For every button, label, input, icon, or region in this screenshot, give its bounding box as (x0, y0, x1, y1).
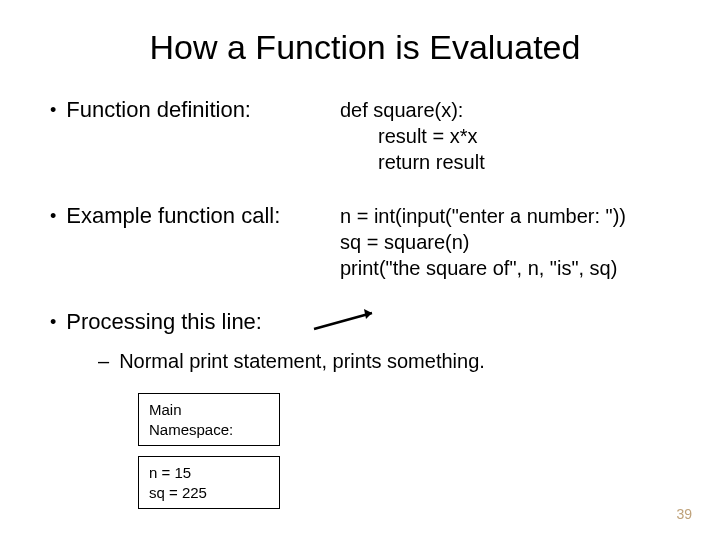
bullet-call-text: Example function call: (66, 203, 280, 229)
namespace-title: Main Namespace: (149, 400, 269, 439)
row-definition: • Function definition: def square(x): re… (50, 97, 680, 175)
slide-title: How a Function is Evaluated (50, 28, 680, 67)
sub-bullet: – Normal print statement, prints somethi… (98, 350, 680, 373)
arrow-icon (310, 305, 388, 335)
bullet-definition-text: Function definition: (66, 97, 251, 123)
svg-line-0 (314, 313, 372, 329)
code-def-line1: def square(x): (340, 97, 680, 123)
bullet-dot-icon: • (50, 97, 56, 124)
namespace-n: n = 15 (149, 463, 269, 483)
code-def-line3: return result (340, 149, 680, 175)
page-number: 39 (676, 506, 692, 522)
bullet-dot-icon: • (50, 309, 56, 336)
code-call-line1: n = int(input("enter a number: ")) (340, 203, 680, 229)
code-def-line2: result = x*x (340, 123, 680, 149)
namespace-title-box: Main Namespace: (138, 393, 280, 446)
code-call: n = int(input("enter a number: ")) sq = … (340, 203, 680, 281)
row-processing: • Processing this line: (50, 309, 680, 336)
dash-icon: – (98, 350, 109, 373)
namespace-sq: sq = 225 (149, 483, 269, 503)
code-definition: def square(x): result = x*x return resul… (340, 97, 680, 175)
code-call-line3: print("the square of", n, "is", sq) (340, 255, 680, 281)
slide: How a Function is Evaluated • Function d… (0, 0, 720, 540)
bullet-definition: • Function definition: (50, 97, 340, 124)
namespace-values-box: n = 15 sq = 225 (138, 456, 280, 509)
bullet-call: • Example function call: (50, 203, 340, 230)
bullet-processing-text: Processing this line: (66, 309, 262, 335)
bullet-processing: • Processing this line: (50, 309, 262, 336)
sub-bullet-text: Normal print statement, prints something… (119, 350, 485, 373)
row-call: • Example function call: n = int(input("… (50, 203, 680, 281)
bullet-dot-icon: • (50, 203, 56, 230)
code-call-line2: sq = square(n) (340, 229, 680, 255)
svg-marker-1 (364, 309, 372, 319)
